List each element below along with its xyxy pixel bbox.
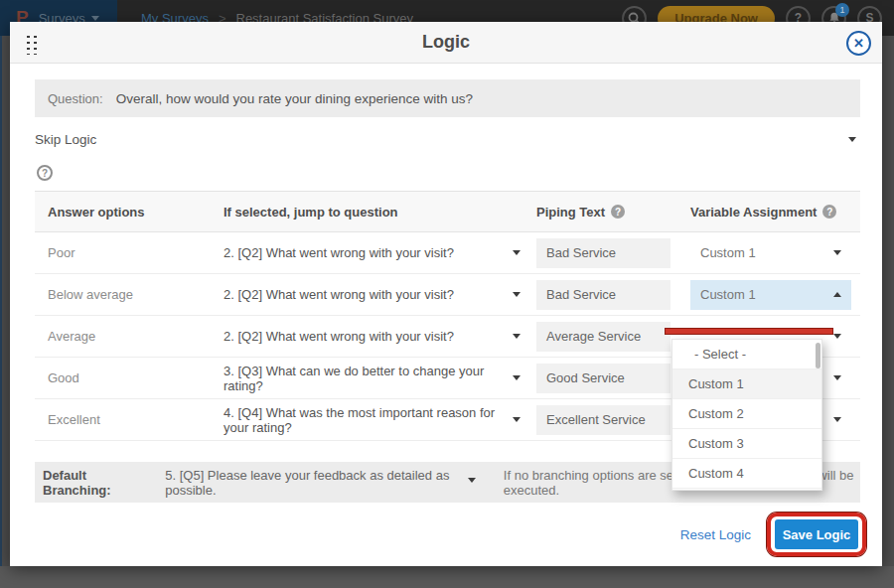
jump-question-value: 2. [Q2] What went wrong with your visit? [224, 245, 454, 260]
jump-question-value: 2. [Q2] What went wrong with your visit? [224, 287, 454, 302]
table-header-row: Answer options If selected, jump to ques… [35, 191, 860, 232]
sidebar-edge-accent [0, 36, 2, 588]
question-bar: Question: Overall, how would you rate yo… [35, 79, 860, 117]
variable-help-icon[interactable] [822, 205, 836, 219]
variable-assignment-select-open[interactable]: Custom 1 [690, 280, 851, 310]
modal-footer: Reset Logic Save Logic [35, 513, 860, 556]
jump-question-value: 2. [Q2] What went wrong with your visit? [224, 329, 454, 344]
close-icon[interactable] [846, 31, 871, 56]
logic-modal: Logic Question: Overall, how would you r… [10, 22, 882, 566]
notification-badge: 1 [835, 3, 849, 17]
chevron-up-icon [833, 292, 841, 297]
header-piping-text: Piping Text [536, 205, 605, 220]
dropdown-option-custom2[interactable]: Custom 2 [672, 399, 821, 429]
modal-header: Logic [10, 22, 882, 64]
chevron-down-icon [468, 478, 476, 483]
default-branching-value: 5. [Q5] Please leave your feedback as de… [165, 468, 458, 498]
skip-logic-section-header[interactable]: Skip Logic [35, 117, 860, 161]
jump-question-value: 3. [Q3] What can we do better to change … [224, 364, 513, 393]
annotation-red-box: Save Logic [767, 513, 866, 556]
default-branching-label: Default Branching: [43, 468, 143, 498]
table-row: Below average 2. [Q2] What went wrong wi… [35, 274, 860, 316]
variable-assignment-select[interactable]: Custom 1 [690, 238, 851, 268]
dropdown-option-custom3[interactable]: Custom 3 [672, 429, 821, 459]
dropdown-option-custom1[interactable]: Custom 1 [672, 369, 821, 399]
jump-question-select[interactable]: 2. [Q2] What went wrong with your visit? [224, 287, 536, 302]
reset-logic-link[interactable]: Reset Logic [680, 527, 751, 542]
chevron-down-icon [833, 334, 841, 339]
piping-help-icon[interactable] [611, 205, 625, 219]
chevron-down-icon [513, 417, 521, 422]
chevron-down-icon [513, 292, 521, 297]
drag-handle-icon[interactable] [24, 33, 38, 55]
chevron-down-icon [513, 375, 521, 380]
question-label: Question: [48, 91, 103, 106]
answer-option-label: Poor [35, 245, 224, 260]
chevron-down-icon [848, 137, 856, 142]
jump-question-select[interactable]: 2. [Q2] What went wrong with your visit? [224, 329, 536, 344]
jump-question-select[interactable]: 2. [Q2] What went wrong with your visit? [224, 245, 536, 260]
chevron-down-icon [513, 250, 521, 255]
question-text: Overall, how would you rate your dining … [116, 91, 473, 106]
answer-option-label: Average [35, 329, 224, 344]
chevron-down-icon [833, 250, 841, 255]
help-icon[interactable] [37, 165, 53, 181]
piping-text-input[interactable]: Average Service [536, 322, 670, 352]
default-branching-select[interactable]: 5. [Q5] Please leave your feedback as de… [165, 468, 476, 498]
jump-question-select[interactable]: 3. [Q3] What can we do better to change … [224, 364, 536, 393]
chevron-down-icon [833, 417, 841, 422]
modal-body: Question: Overall, how would you rate yo… [10, 79, 882, 581]
variable-value: Custom 1 [700, 287, 756, 302]
dropdown-scrollbar[interactable] [816, 343, 820, 368]
answer-option-label: Excellent [35, 412, 224, 427]
dropdown-option-custom4[interactable]: Custom 4 [672, 459, 821, 489]
header-answer-options: Answer options [35, 205, 224, 220]
header-variable-assignment: Variable Assignment [690, 205, 817, 220]
save-logic-button[interactable]: Save Logic [775, 519, 858, 549]
table-row: Poor 2. [Q2] What went wrong with your v… [35, 232, 860, 274]
jump-question-select[interactable]: 4. [Q4] What was the most important reas… [224, 405, 536, 435]
answer-option-label: Below average [35, 287, 224, 302]
annotation-red-underline [665, 328, 833, 335]
piping-text-input[interactable]: Good Service [536, 364, 670, 393]
piping-text-input[interactable]: Excellent Service [536, 405, 670, 435]
chevron-down-icon [513, 334, 521, 339]
modal-title: Logic [422, 32, 470, 53]
chevron-down-icon [833, 375, 841, 380]
answer-option-label: Good [35, 370, 224, 385]
variable-value: Custom 1 [700, 245, 756, 260]
header-jump-to-question: If selected, jump to question [224, 205, 536, 220]
piping-text-input[interactable]: Bad Service [536, 238, 670, 268]
piping-text-input[interactable]: Bad Service [536, 280, 670, 310]
dropdown-option-select[interactable]: - Select - [672, 340, 821, 369]
chevron-down-icon [91, 16, 99, 21]
variable-assignment-dropdown: - Select - Custom 1 Custom 2 Custom 3 Cu… [671, 339, 822, 491]
skip-logic-label: Skip Logic [35, 132, 96, 147]
jump-question-value: 4. [Q4] What was the most important reas… [224, 405, 513, 435]
